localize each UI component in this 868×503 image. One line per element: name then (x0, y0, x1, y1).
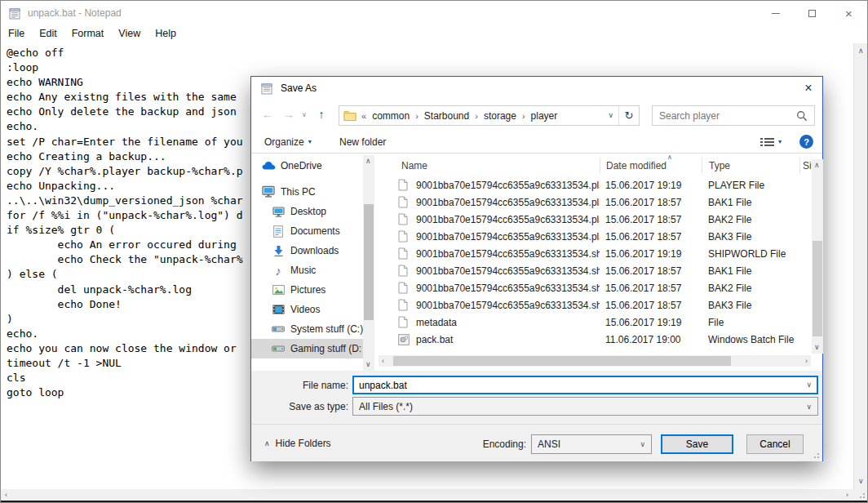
file-row[interactable]: 9001bba70e15794cc6355a9c63313534.pla... … (379, 211, 812, 228)
file-icon (398, 213, 408, 225)
close-button[interactable]: × (830, 1, 867, 25)
organize-button[interactable]: Organize ▾ (264, 133, 312, 150)
menu-format[interactable]: Format (64, 25, 112, 43)
maximize-button[interactable] (794, 1, 830, 25)
menu-edit[interactable]: Edit (32, 25, 64, 43)
scroll-left-icon[interactable]: ‹ (382, 358, 384, 365)
sidebar-item-documents[interactable]: Documents (251, 221, 363, 241)
search-input[interactable] (658, 107, 788, 124)
file-type: BAK1 File (702, 197, 808, 208)
notepad-vertical-scrollbar[interactable]: ∧ ∨ (853, 43, 867, 489)
sidebar-item-onedrive[interactable]: OneDrive (251, 155, 363, 176)
scroll-down-icon[interactable]: ∨ (814, 344, 820, 351)
address-dropdown-icon[interactable]: ∨ (608, 111, 613, 119)
view-mode-button[interactable]: ▾ (760, 133, 782, 150)
column-header-date-modified[interactable]: Date modified (600, 158, 702, 174)
file-type: BAK1 File (702, 265, 808, 277)
forward-button[interactable]: → (279, 104, 299, 125)
save-as-type-value: All Files (*.*) (359, 401, 413, 412)
sidebar-item-music[interactable]: ♪ Music (251, 260, 363, 280)
minimize-button[interactable] (757, 1, 794, 25)
scroll-up-icon[interactable]: ∧ (365, 158, 371, 165)
file-row[interactable]: 9001bba70e15794cc6355a9c63313534.pla... … (379, 194, 812, 211)
save-button[interactable]: Save (661, 434, 733, 454)
sidebar-item-pictures[interactable]: Pictures (251, 280, 363, 300)
breadcrumb-item-common[interactable]: common (372, 110, 410, 122)
file-list-vertical-scrollbar[interactable]: ∧ ∨ (812, 159, 823, 354)
hard-drive-c-icon (271, 325, 286, 333)
hard-drive-d-icon (271, 345, 286, 353)
column-header-type[interactable]: Type (702, 158, 799, 174)
refresh-button[interactable]: ↻ (618, 106, 639, 125)
scroll-right-icon[interactable]: › (846, 492, 848, 499)
sidebar-item-label: Documents (290, 225, 340, 237)
scroll-down-icon[interactable]: ∨ (858, 478, 864, 485)
dialog-close-button[interactable]: × (795, 77, 822, 100)
file-list-horizontal-scrollbar[interactable]: ‹ › (379, 355, 811, 367)
scrollbar-thumb[interactable] (813, 241, 822, 336)
scroll-up-icon[interactable]: ∧ (858, 47, 864, 55)
back-button[interactable]: ← (258, 104, 277, 125)
menu-help[interactable]: Help (148, 25, 184, 43)
notepad-resize-grip[interactable] (853, 489, 867, 501)
breadcrumb-item-starbound[interactable]: Starbound (424, 110, 469, 122)
chevron-down-icon[interactable]: ∨ (806, 381, 812, 389)
scroll-left-icon[interactable]: ‹ (5, 492, 7, 499)
footer-divider (251, 424, 822, 425)
menu-view[interactable]: View (111, 25, 148, 43)
dialog-resize-grip[interactable] (812, 451, 820, 459)
file-list: ∧ Name Date modified Type Si 9001bba70e1… (379, 155, 812, 371)
scrollbar-thumb[interactable] (393, 356, 731, 366)
file-name-combo: ∨ (352, 376, 818, 394)
file-type: BAK2 File (702, 283, 808, 294)
file-row[interactable]: metadata 15.06.2017 19:19 File (379, 314, 812, 331)
cancel-button[interactable]: Cancel (746, 434, 804, 454)
breadcrumb-item-storage[interactable]: storage (484, 110, 516, 122)
file-name: metadata (416, 317, 600, 328)
new-folder-button[interactable]: New folder (339, 133, 386, 150)
help-button[interactable]: ? (799, 133, 813, 150)
sidebar-item-system-drive[interactable]: System stuff (C:) (251, 319, 363, 339)
file-type: BAK2 File (702, 214, 808, 225)
scroll-down-icon[interactable]: ∨ (365, 361, 371, 368)
sidebar-item-videos[interactable]: Videos (251, 300, 363, 319)
scroll-right-icon[interactable]: › (805, 358, 808, 365)
hide-folders-button[interactable]: ∧ Hide Folders (264, 438, 331, 449)
sidebar-item-downloads[interactable]: Downloads (251, 241, 363, 260)
sidebar-scrollbar[interactable]: ∧ ∨ (363, 155, 374, 371)
up-button[interactable]: ↑ (312, 104, 331, 125)
file-row[interactable]: 9001bba70e15794cc6355a9c63313534.shi... … (379, 279, 812, 296)
scrollbar-thumb[interactable] (364, 204, 374, 320)
scroll-up-icon[interactable]: ∧ (814, 162, 820, 169)
file-row[interactable]: 9001bba70e15794cc6355a9c63313534.pla... … (379, 228, 812, 245)
close-icon: × (845, 7, 852, 20)
breadcrumb-item-player[interactable]: player (531, 110, 558, 122)
sidebar-item-gaming-drive[interactable]: Gaming stuff (D: (251, 339, 363, 358)
column-header-size[interactable]: Si (799, 158, 812, 174)
sidebar-item-desktop[interactable]: Desktop (251, 202, 363, 221)
sidebar-item-this-pc[interactable]: This PC (251, 181, 363, 202)
column-header-name[interactable]: Name (379, 158, 600, 174)
recent-locations-button[interactable]: ∨ (299, 104, 310, 125)
file-row[interactable]: 9001bba70e15794cc6355a9c63313534.shi... … (379, 262, 812, 279)
address-bar[interactable]: « common › Starbound › storage › player … (339, 105, 640, 126)
dialog-titlebar: Save As × (251, 77, 822, 100)
file-row[interactable]: 9001bba70e15794cc6355a9c63313534.shi... … (379, 245, 812, 262)
file-row[interactable]: 9001bba70e15794cc6355a9c63313534.pla... … (379, 176, 812, 194)
file-name: 9001bba70e15794cc6355a9c63313534.pla... (416, 231, 600, 243)
dialog-title: Save As (281, 82, 317, 94)
file-row[interactable]: pack.bat 11.06.2017 19:00 Windows Batch … (379, 331, 812, 348)
notepad-app-icon (260, 82, 273, 95)
notepad-horizontal-scrollbar[interactable]: ‹ › (1, 489, 855, 501)
this-pc-icon (261, 185, 276, 198)
hide-folders-label: Hide Folders (276, 438, 331, 449)
navigation-row: ← → ∨ ↑ « common › Starbound › storage ›… (251, 104, 822, 127)
save-label: Save (686, 438, 708, 450)
encoding-dropdown[interactable]: ANSI ∨ (531, 434, 652, 454)
save-as-type-dropdown[interactable]: All Files (*.*) ∨ (352, 397, 818, 416)
file-icon (398, 265, 408, 277)
file-name-input[interactable] (357, 377, 798, 393)
file-row[interactable]: 9001bba70e15794cc6355a9c63313534.shi... … (379, 296, 812, 314)
menu-file[interactable]: File (1, 25, 32, 43)
file-name: 9001bba70e15794cc6355a9c63313534.shi... (416, 283, 600, 294)
